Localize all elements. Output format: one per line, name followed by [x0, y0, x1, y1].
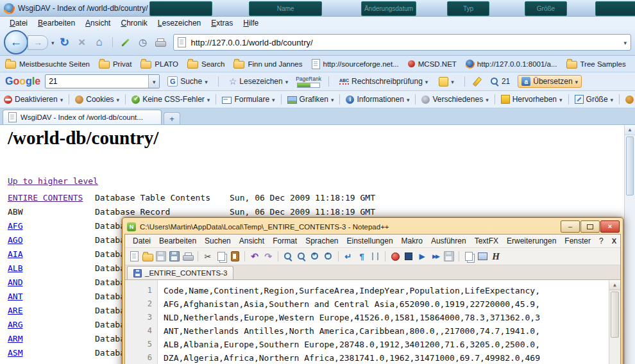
- autofill-button[interactable]: [436, 76, 457, 88]
- np-menu-bearbeiten[interactable]: Bearbeiten: [155, 235, 200, 247]
- google-search-input[interactable]: [46, 77, 148, 86]
- editor-scrollbar[interactable]: ▲: [609, 280, 620, 364]
- redo-icon[interactable]: [262, 251, 274, 262]
- dir-entry-link[interactable]: ARE: [8, 306, 22, 315]
- webdev-groesse[interactable]: Größe: [575, 95, 614, 104]
- history-clock-icon[interactable]: [136, 35, 150, 49]
- show-all-characters-icon[interactable]: [356, 251, 368, 262]
- history-dropdown-icon[interactable]: [51, 38, 55, 47]
- menu-extras[interactable]: Extras: [207, 17, 237, 29]
- highlighter-button[interactable]: [472, 76, 482, 88]
- webdev-extras[interactable]: Extras: [625, 95, 635, 104]
- bookmark-mcsd[interactable]: MCSD.NET: [408, 60, 457, 68]
- urlbar-dropdown-icon[interactable]: [623, 38, 627, 47]
- word-find-button[interactable]: 21: [487, 76, 513, 87]
- np-menu-erweiterungen[interactable]: Erweiterungen: [503, 235, 560, 247]
- replace-icon[interactable]: [296, 251, 307, 262]
- save-macro-icon[interactable]: [443, 251, 455, 262]
- dir-entry-link[interactable]: ALB: [8, 263, 22, 273]
- dir-entry-link[interactable]: ARG: [8, 320, 22, 329]
- np-menu-sprachen[interactable]: Sprachen: [301, 235, 342, 247]
- google-search-button[interactable]: GSuche: [164, 75, 211, 88]
- open-file-icon[interactable]: [142, 251, 153, 262]
- menu-bearbeiten[interactable]: Bearbeiten: [33, 17, 80, 29]
- new-tab-button[interactable]: +: [164, 112, 180, 124]
- bookmark-finn-und-jannes[interactable]: Finn und Jannes: [233, 59, 302, 69]
- close-button[interactable]: ×: [600, 220, 620, 233]
- dir-entry-link[interactable]: ENTIRE CONTENTS: [8, 193, 83, 203]
- indent-guide-icon[interactable]: [369, 251, 381, 262]
- firefox-titlebar[interactable]: WsgiDAV - Index of /world-db/country/ - …: [0, 0, 635, 17]
- zoom-out-icon[interactable]: [323, 251, 334, 262]
- webdev-verschiedenes[interactable]: Verschiedenes: [421, 95, 488, 104]
- notepad-titlebar[interactable]: N C:\Users\Martin\AppData\Local\Temp\_EN…: [124, 220, 621, 234]
- scrollbar-thumb[interactable]: [611, 292, 619, 338]
- bookmark-search[interactable]: Search: [187, 59, 224, 69]
- pagerank-widget[interactable]: PageRank: [296, 76, 321, 88]
- dir-entry-link[interactable]: ANT: [8, 292, 22, 301]
- zoom-in-icon[interactable]: [309, 251, 321, 262]
- forward-button[interactable]: →: [28, 35, 48, 50]
- bookmark-privat[interactable]: Privat: [99, 59, 131, 69]
- dir-entry-link[interactable]: ASM: [8, 348, 22, 358]
- webdev-deaktivieren[interactable]: Deaktivieren: [4, 95, 63, 104]
- webdev-formulare[interactable]: Formulare: [222, 95, 275, 104]
- search-history-dropdown[interactable]: [148, 75, 159, 88]
- up-to-higher-level-link[interactable]: Up to higher level: [8, 176, 98, 186]
- new-file-icon[interactable]: [128, 251, 140, 262]
- menu-ansicht[interactable]: Ansicht: [81, 17, 115, 29]
- tab-wsgidav[interactable]: WsgiDAV - Index of /world-db/count...: [3, 110, 162, 124]
- np-menu-makro[interactable]: Makro: [398, 235, 427, 247]
- doc-switch-icon[interactable]: [463, 251, 475, 262]
- np-menu-textfx[interactable]: TextFX: [471, 235, 502, 247]
- stop-icon[interactable]: [75, 35, 89, 49]
- translate-button[interactable]: aÜbersetzen: [518, 75, 582, 88]
- print-icon[interactable]: [153, 35, 167, 49]
- webdev-hervorheben[interactable]: Hervorheben: [501, 95, 563, 104]
- webdev-cookies[interactable]: Cookies: [75, 95, 119, 104]
- stop-macro-icon[interactable]: [403, 251, 414, 262]
- cut-icon[interactable]: [202, 251, 214, 262]
- np-menu-fenster[interactable]: Fenster: [561, 235, 595, 247]
- page-scrollbar[interactable]: ▲: [624, 125, 635, 364]
- home-icon[interactable]: [92, 35, 106, 49]
- bookmark-sourceforge[interactable]: http://sourceforge.net...: [312, 59, 399, 69]
- close-document-button[interactable]: X: [612, 237, 616, 245]
- save-icon[interactable]: [155, 251, 167, 262]
- word-wrap-icon[interactable]: [343, 251, 354, 262]
- paste-icon[interactable]: [229, 251, 241, 262]
- reload-icon[interactable]: [58, 35, 72, 49]
- np-menu-einstellungen[interactable]: Einstellungen: [343, 235, 397, 247]
- document-tab[interactable]: _ENTIRE_CONTENTS-3: [127, 266, 233, 279]
- record-macro-icon[interactable]: [389, 251, 401, 262]
- scroll-up-icon[interactable]: ▲: [625, 125, 635, 135]
- dir-entry-link[interactable]: ARM: [8, 334, 22, 343]
- editor-area[interactable]: 1 Code,Name,Continent,Region,SurfaceArea…: [125, 280, 620, 364]
- np-menu-help[interactable]: ?: [595, 235, 607, 247]
- scrollbar-thumb[interactable]: [626, 136, 634, 195]
- np-menu-suchen[interactable]: Suchen: [201, 235, 235, 247]
- edit-pen-icon[interactable]: [119, 35, 133, 49]
- undo-icon[interactable]: [249, 251, 260, 262]
- dir-entry-link[interactable]: AGO: [8, 235, 22, 245]
- doc-monitor-icon[interactable]: [477, 251, 488, 262]
- dir-entry-link[interactable]: AIA: [8, 249, 22, 259]
- urlbar[interactable]: [173, 34, 631, 51]
- np-menu-ausfuehren[interactable]: Ausführen: [427, 235, 470, 247]
- menu-chronik[interactable]: Chronik: [116, 17, 151, 29]
- google-bookmarks-button[interactable]: Lesezeichen: [226, 75, 291, 88]
- dir-entry-link[interactable]: ABW: [8, 207, 22, 217]
- minimize-button[interactable]: –: [561, 220, 580, 233]
- menu-hilfe[interactable]: Hilfe: [239, 17, 263, 29]
- np-menu-ansicht[interactable]: Ansicht: [235, 235, 268, 247]
- view-in-browser-icon[interactable]: H: [490, 251, 502, 262]
- webdev-grafiken[interactable]: Grafiken: [287, 95, 334, 104]
- menu-datei[interactable]: Datei: [5, 17, 32, 29]
- menu-lesezeichen[interactable]: Lesezeichen: [153, 17, 205, 29]
- bookmark-localhost-8001[interactable]: http://127.0.0.1:8001/a...: [466, 60, 557, 68]
- url-input[interactable]: [190, 37, 620, 48]
- bookmark-tree-samples[interactable]: Tree Samples: [566, 59, 626, 69]
- find-icon[interactable]: [282, 251, 294, 262]
- play-macro-icon[interactable]: [416, 251, 428, 262]
- webdev-css-errors[interactable]: Keine CSS-Fehler: [131, 95, 210, 104]
